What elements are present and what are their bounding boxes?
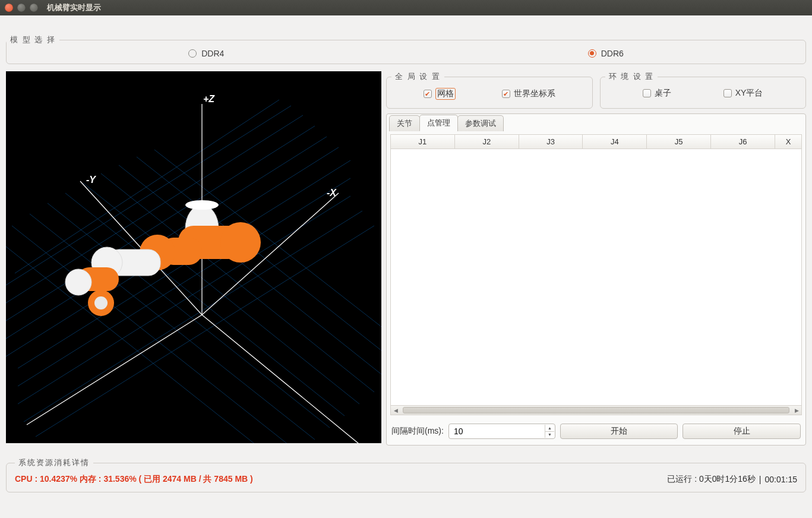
global-settings-group: 全 局 设 置 网格 世界坐标系 xyxy=(386,71,593,109)
tab-joints[interactable]: 关节 xyxy=(389,115,420,131)
checkbox-grid[interactable]: 网格 xyxy=(424,88,456,100)
interval-label: 间隔时间(ms): xyxy=(391,426,444,437)
window-maximize-icon[interactable] xyxy=(30,4,38,12)
window-minimize-icon[interactable] xyxy=(17,4,26,12)
tab-point-manage[interactable]: 点管理 xyxy=(419,115,458,131)
horizontal-scrollbar[interactable]: ◀ ▶ xyxy=(391,405,801,415)
env-settings-group: 环 境 设 置 桌子 XY平台 xyxy=(600,71,807,109)
model-select-group: 模 型 选 择 DDR4 DDR6 xyxy=(6,34,806,64)
title-bar: 机械臂实时显示 xyxy=(0,0,812,15)
svg-line-8 xyxy=(6,115,303,303)
points-table: J1 J2 J3 J4 J5 J6 X ◀ ▶ xyxy=(390,134,802,415)
scroll-thumb[interactable] xyxy=(403,407,789,413)
start-button[interactable]: 开始 xyxy=(560,424,678,439)
checkbox-xy-platform[interactable]: XY平台 xyxy=(723,88,763,99)
stop-button[interactable]: 停止 xyxy=(683,424,801,439)
tab-param-debug[interactable]: 参数调试 xyxy=(457,115,504,131)
radio-label: DDR6 xyxy=(601,49,624,58)
col-j6[interactable]: J6 xyxy=(711,135,775,149)
interval-input[interactable] xyxy=(449,427,555,436)
axis-label-nx: -X xyxy=(327,188,337,198)
runtime-text: 已运行 : 0天0时1分16秒 xyxy=(667,474,756,485)
radio-icon xyxy=(188,49,197,58)
checkbox-world-axes[interactable]: 世界坐标系 xyxy=(502,89,555,99)
svg-point-27 xyxy=(185,200,219,210)
spin-up-icon[interactable]: ▲ xyxy=(545,425,554,432)
system-resources-group: 系统资源消耗详情 CPU : 10.4237% 内存 : 31.536% ( 已… xyxy=(6,457,806,492)
svg-point-29 xyxy=(220,222,261,263)
scroll-right-icon[interactable]: ▶ xyxy=(792,406,801,415)
col-j4[interactable]: J4 xyxy=(583,135,647,149)
checkbox-icon xyxy=(723,89,732,97)
svg-line-22 xyxy=(27,315,202,425)
checkbox-icon xyxy=(643,89,651,97)
checkbox-icon xyxy=(424,90,432,98)
checkbox-label: 世界坐标系 xyxy=(514,89,555,99)
window-title: 机械臂实时显示 xyxy=(47,2,101,13)
cpu-mem-text: CPU : 10.4237% 内存 : 31.536% ( 已用 2474 MB… xyxy=(15,474,253,485)
spin-down-icon[interactable]: ▼ xyxy=(545,432,554,438)
col-j5[interactable]: J5 xyxy=(647,135,711,149)
model-select-legend: 模 型 选 择 xyxy=(7,34,59,45)
tabs-panel: 关节 点管理 参数调试 J1 J2 J3 J4 J5 J6 X ◀ xyxy=(386,113,806,446)
separator: | xyxy=(759,475,762,484)
interval-spinbox[interactable]: ▲ ▼ xyxy=(448,424,555,439)
checkbox-label: XY平台 xyxy=(735,88,763,99)
env-settings-legend: 环 境 设 置 xyxy=(605,71,658,82)
window-close-icon[interactable] xyxy=(5,4,13,12)
axis-label-pz: +Z xyxy=(203,94,215,104)
viewport-3d[interactable]: +Z -Y -X +Y xyxy=(6,71,381,443)
table-header: J1 J2 J3 J4 J5 J6 X xyxy=(391,135,801,149)
svg-line-23 xyxy=(202,315,368,443)
svg-line-14 xyxy=(83,183,359,404)
col-j2[interactable]: J2 xyxy=(455,135,519,149)
table-body[interactable] xyxy=(391,149,801,405)
col-x[interactable]: X xyxy=(775,135,801,149)
checkbox-icon xyxy=(502,90,510,98)
radio-icon xyxy=(588,49,596,58)
checkbox-table[interactable]: 桌子 xyxy=(643,88,671,99)
col-j1[interactable]: J1 xyxy=(391,135,455,149)
axis-label-ny: -Y xyxy=(86,175,96,185)
system-resources-legend: 系统资源消耗详情 xyxy=(15,457,93,468)
col-j3[interactable]: J3 xyxy=(519,135,583,149)
radio-ddr4[interactable]: DDR4 xyxy=(188,49,224,58)
radio-label: DDR4 xyxy=(201,49,224,58)
radio-ddr6[interactable]: DDR6 xyxy=(588,49,624,58)
svg-point-35 xyxy=(65,269,91,295)
checkbox-label: 网格 xyxy=(435,88,456,100)
global-settings-legend: 全 局 设 置 xyxy=(391,71,444,82)
scroll-left-icon[interactable]: ◀ xyxy=(391,406,400,415)
svg-point-37 xyxy=(94,296,108,309)
checkbox-label: 桌子 xyxy=(655,88,671,99)
clock-text: 00:01:15 xyxy=(765,475,798,484)
